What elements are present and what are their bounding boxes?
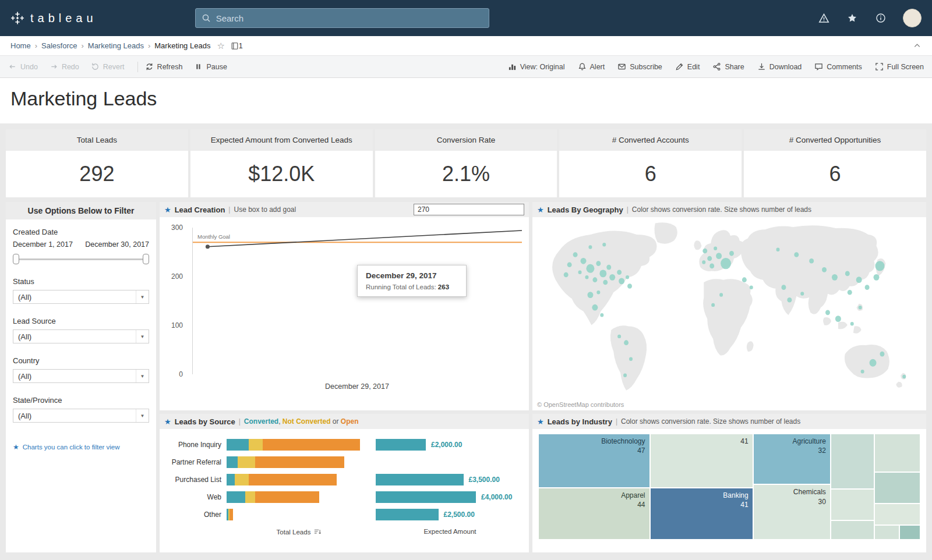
bar-segment-not-converted[interactable] — [238, 456, 255, 468]
revert-button[interactable]: Revert — [91, 62, 125, 71]
country-filter-dropdown[interactable]: (All) ▼ — [13, 369, 149, 383]
bar-segment-open[interactable] — [249, 474, 337, 485]
expected-amount-bar[interactable] — [376, 491, 476, 503]
map-bubble[interactable] — [709, 264, 714, 269]
map-bubble[interactable] — [617, 270, 622, 275]
treemap-cell[interactable] — [874, 504, 920, 524]
user-avatar[interactable] — [903, 9, 922, 27]
map-bubble[interactable] — [617, 335, 621, 338]
search-box[interactable] — [195, 8, 489, 28]
goal-input[interactable] — [414, 204, 524, 215]
map-bubble[interactable] — [573, 252, 578, 257]
search-input[interactable] — [216, 13, 483, 23]
expected-amount-bar[interactable] — [376, 474, 464, 485]
map-bubble[interactable] — [702, 249, 707, 254]
map-bubble[interactable] — [707, 256, 712, 261]
map-bubble[interactable] — [870, 359, 877, 367]
treemap-cell[interactable] — [874, 472, 920, 504]
workbook-sheets-icon[interactable] — [231, 42, 239, 50]
map-bubble[interactable] — [729, 251, 734, 256]
bar-segment-converted[interactable] — [227, 474, 235, 485]
map-bubble[interactable] — [902, 375, 906, 378]
map-bubble[interactable] — [581, 258, 587, 264]
map-bubble[interactable] — [619, 278, 624, 284]
subscribe-button[interactable]: Subscribe — [617, 62, 662, 71]
running-total-line[interactable] — [207, 231, 522, 247]
map-bubble[interactable] — [742, 277, 747, 282]
expected-amount-bar[interactable] — [376, 439, 426, 451]
map-bubble[interactable] — [776, 248, 780, 251]
map-bubble[interactable] — [599, 270, 606, 277]
map-bubble[interactable] — [596, 290, 600, 294]
share-button[interactable]: Share — [712, 62, 744, 71]
map-bubble[interactable] — [865, 285, 870, 290]
fullscreen-button[interactable]: Full Screen — [875, 62, 924, 71]
treemap-cell[interactable]: 41 — [650, 434, 753, 488]
map-bubble[interactable] — [564, 272, 569, 278]
map-bubble[interactable] — [874, 274, 880, 281]
map-bubble[interactable] — [606, 265, 611, 270]
map-bubble[interactable] — [800, 292, 804, 295]
info-icon[interactable] — [874, 12, 887, 24]
alert-button[interactable]: Alert — [578, 62, 605, 71]
treemap-cell[interactable] — [899, 525, 920, 540]
lead-source-filter-dropdown[interactable]: (All) ▼ — [13, 329, 149, 343]
date-range-slider[interactable] — [13, 254, 149, 264]
state-province-filter-dropdown[interactable]: (All) ▼ — [13, 409, 149, 423]
map-bubble[interactable] — [875, 261, 885, 271]
map-bubble[interactable] — [787, 297, 792, 303]
map-bubble[interactable] — [578, 270, 582, 274]
map-bubble[interactable] — [585, 275, 588, 279]
world-map[interactable]: © OpenStreetMap contributors — [535, 219, 924, 408]
map-bubble[interactable] — [592, 277, 597, 282]
expected-amount-bar[interactable] — [376, 509, 439, 520]
edit-button[interactable]: Edit — [675, 62, 700, 71]
comments-button[interactable]: Comments — [814, 62, 862, 71]
map-bubble[interactable] — [809, 258, 814, 264]
bar-segment-open[interactable] — [263, 439, 360, 451]
breadcrumb-home[interactable]: Home — [10, 41, 31, 50]
map-bubble[interactable] — [609, 274, 615, 281]
map-bubble[interactable] — [822, 267, 827, 272]
map-bubble[interactable] — [719, 293, 723, 296]
map-bubble[interactable] — [711, 303, 715, 307]
map-bubble[interactable] — [603, 280, 608, 285]
map-bubble[interactable] — [880, 352, 884, 357]
download-button[interactable]: Download — [757, 62, 802, 71]
map-bubble[interactable] — [848, 290, 852, 295]
bar-segment-open[interactable] — [255, 456, 345, 468]
treemap-cell[interactable] — [874, 525, 899, 540]
favorites-star-icon[interactable] — [846, 12, 859, 24]
breadcrumb-project[interactable]: Salesforce — [41, 41, 77, 50]
map-bubble[interactable] — [781, 285, 786, 290]
treemap-cell[interactable] — [831, 489, 874, 521]
sort-icon[interactable] — [313, 528, 321, 536]
pause-button[interactable]: Pause — [194, 62, 227, 71]
map-bubble[interactable] — [627, 283, 632, 289]
map-bubble[interactable] — [596, 261, 601, 266]
alerts-warning-icon[interactable] — [817, 12, 830, 24]
favorite-toggle-icon[interactable]: ☆ — [217, 41, 224, 50]
bar-segment-open[interactable] — [255, 491, 320, 503]
bar-segment-open[interactable] — [230, 509, 232, 520]
tableau-logo[interactable]: tableau — [10, 11, 97, 25]
slider-handle-end[interactable] — [143, 254, 149, 264]
treemap-cell-chemicals[interactable]: Chemicals30 — [753, 484, 831, 540]
map-bubble[interactable] — [592, 304, 598, 311]
map-bubble[interactable] — [716, 253, 722, 259]
bar-segment-not-converted[interactable] — [245, 491, 255, 503]
map-bubble[interactable] — [721, 258, 731, 269]
map-bubble[interactable] — [856, 277, 862, 283]
map-bubble[interactable] — [794, 252, 799, 257]
lead-creation-chart[interactable]: 3002001000 Monthly Goal December 29, 201… — [160, 217, 529, 410]
map-bubble[interactable] — [835, 316, 841, 322]
bar-segment-not-converted[interactable] — [249, 439, 263, 451]
treemap-cell-banking[interactable]: Banking41 — [650, 488, 753, 540]
map-bubble[interactable] — [602, 243, 606, 246]
map-bubble[interactable] — [587, 292, 593, 298]
status-filter-dropdown[interactable]: (All) ▼ — [13, 290, 149, 304]
slider-handle-start[interactable] — [13, 254, 19, 264]
map-bubble[interactable] — [859, 306, 862, 309]
map-bubble[interactable] — [588, 245, 592, 249]
bar-segment-converted[interactable] — [227, 456, 238, 468]
